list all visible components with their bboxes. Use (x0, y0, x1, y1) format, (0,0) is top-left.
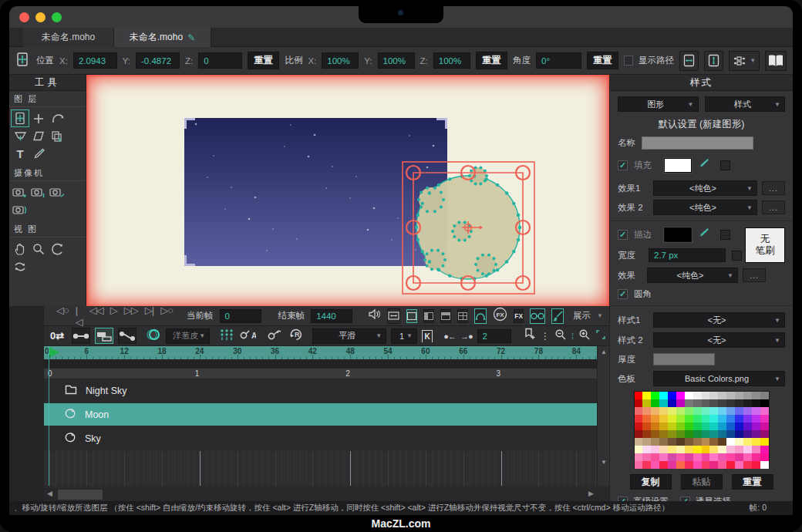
stroke-width-input[interactable]: 2.7 px (649, 248, 726, 262)
zoom-in-timeline-icon[interactable] (578, 328, 591, 343)
palette-swatch[interactable] (635, 399, 643, 407)
palette-swatch[interactable] (659, 453, 668, 461)
reset-position-button[interactable]: 重置 (248, 52, 279, 69)
palette-swatch[interactable] (685, 453, 693, 461)
palette-swatch[interactable] (651, 399, 659, 407)
palette-swatch[interactable] (651, 438, 659, 446)
palette-swatch[interactable] (635, 407, 643, 415)
palette-swatch[interactable] (726, 453, 735, 461)
reset-angle-button[interactable]: 重置 (587, 52, 618, 69)
palette-swatch[interactable] (651, 430, 659, 438)
angle-input[interactable]: 0° (536, 52, 581, 69)
palette-swatch[interactable] (760, 438, 769, 446)
palette-swatch[interactable] (718, 461, 726, 469)
palette-swatch[interactable] (726, 407, 735, 415)
palette-swatch[interactable] (685, 438, 693, 446)
palette-swatch[interactable] (659, 461, 668, 469)
palette-swatch[interactable] (668, 423, 676, 430)
palette-swatch[interactable] (702, 453, 710, 461)
palette-swatch[interactable] (693, 461, 702, 469)
keyframe-grid[interactable] (44, 451, 597, 486)
palette-swatch[interactable] (709, 453, 718, 461)
palette-swatch[interactable] (752, 461, 760, 469)
fit-timeline-button[interactable] (387, 308, 400, 324)
palette-swatch[interactable] (635, 392, 643, 399)
timeline-vertical-scrollbar[interactable]: ▲ ▼ (597, 346, 609, 486)
palette-swatch[interactable] (726, 438, 735, 446)
end-frame-input[interactable]: 1440 (311, 309, 352, 323)
palette-swatch[interactable] (693, 399, 702, 407)
style-mode-dropdown[interactable]: 样式▼ (705, 96, 786, 112)
spread-points-dropdown-button[interactable]: ▼ (729, 51, 760, 71)
palette-swatch[interactable] (676, 399, 685, 407)
palette-swatch[interactable] (642, 415, 651, 423)
fx-toggle-button[interactable]: FX (514, 309, 524, 323)
palette-swatch[interactable] (693, 423, 702, 430)
layer-row-moon[interactable]: Moon (44, 403, 597, 426)
position-x-input[interactable]: 2.0943 (73, 52, 117, 69)
palette-swatch[interactable] (752, 430, 760, 438)
palette-swatch[interactable] (702, 423, 710, 430)
palette-swatch[interactable] (668, 453, 676, 461)
palette-swatch[interactable] (726, 392, 735, 399)
palette-swatch[interactable] (693, 446, 702, 453)
keymode-linear-button[interactable] (72, 328, 90, 344)
palette-swatch[interactable] (735, 438, 743, 446)
palette-swatch[interactable] (676, 430, 685, 438)
keymode-step-button[interactable] (95, 328, 113, 344)
palette-swatch[interactable] (659, 392, 668, 399)
palette-swatch[interactable] (635, 430, 643, 438)
palette-swatch[interactable] (752, 399, 760, 407)
palette-swatch[interactable] (752, 423, 760, 430)
palette-swatch[interactable] (726, 423, 735, 430)
palette-swatch[interactable] (752, 415, 760, 423)
zoom-selection-icon[interactable] (595, 329, 606, 343)
palette-swatch[interactable] (693, 415, 702, 423)
current-frame-input[interactable]: 0 (220, 309, 261, 323)
palette-swatch[interactable] (718, 438, 726, 446)
palette-swatch[interactable] (635, 461, 643, 469)
palette-swatch[interactable] (676, 407, 685, 415)
palette-swatch[interactable] (702, 430, 710, 438)
palette-swatch[interactable] (743, 392, 752, 399)
palette-swatch[interactable] (651, 446, 659, 453)
palette-swatch[interactable] (685, 415, 693, 423)
palette-swatch[interactable] (743, 423, 752, 430)
palette-swatch[interactable] (735, 453, 743, 461)
palette-swatch[interactable] (651, 415, 659, 423)
palette-swatch[interactable] (743, 461, 752, 469)
roll-camera-tool[interactable] (48, 184, 66, 201)
palette-swatch[interactable] (642, 399, 651, 407)
more-dots-icon[interactable]: ⋮ (541, 331, 550, 342)
palette-swatch[interactable] (693, 392, 702, 399)
text-tool[interactable]: T (11, 145, 29, 163)
key-tool-icon[interactable] (267, 329, 284, 343)
track-camera-tool[interactable] (11, 184, 29, 201)
palette-swatch[interactable] (693, 453, 702, 461)
palette-swatch[interactable] (726, 415, 735, 423)
prev-key-icon[interactable]: ●← (443, 332, 456, 341)
palette-swatch[interactable] (735, 392, 743, 399)
layer-row-sky[interactable]: Sky (44, 427, 597, 450)
scroll-left-icon[interactable]: ◀ (47, 490, 52, 497)
swatches-dropdown[interactable]: Basic Colors.png▼ (653, 371, 785, 386)
palette-swatch[interactable] (743, 430, 752, 438)
palette-swatch[interactable] (718, 423, 726, 430)
palette-swatch[interactable] (718, 399, 726, 407)
position-y-input[interactable]: -0.4872 (136, 52, 180, 69)
stroke-extra-toggle[interactable] (720, 230, 730, 240)
palette-swatch[interactable] (659, 407, 668, 415)
palette-swatch[interactable] (726, 399, 735, 407)
palette-swatch[interactable] (752, 446, 760, 453)
palette-swatch[interactable] (760, 415, 769, 423)
brush-button[interactable] (551, 308, 564, 324)
palette-swatch[interactable] (743, 399, 752, 407)
loop-button[interactable]: ◁○ (56, 305, 69, 328)
auto-key-icon[interactable]: A (239, 328, 256, 343)
palette-swatch[interactable] (659, 438, 668, 446)
palette-swatch[interactable] (642, 438, 651, 446)
palette-swatch[interactable] (659, 430, 668, 438)
scroll-right-icon[interactable]: ▶ (588, 490, 594, 497)
palette-swatch[interactable] (718, 453, 726, 461)
palette-swatch[interactable] (642, 430, 651, 438)
